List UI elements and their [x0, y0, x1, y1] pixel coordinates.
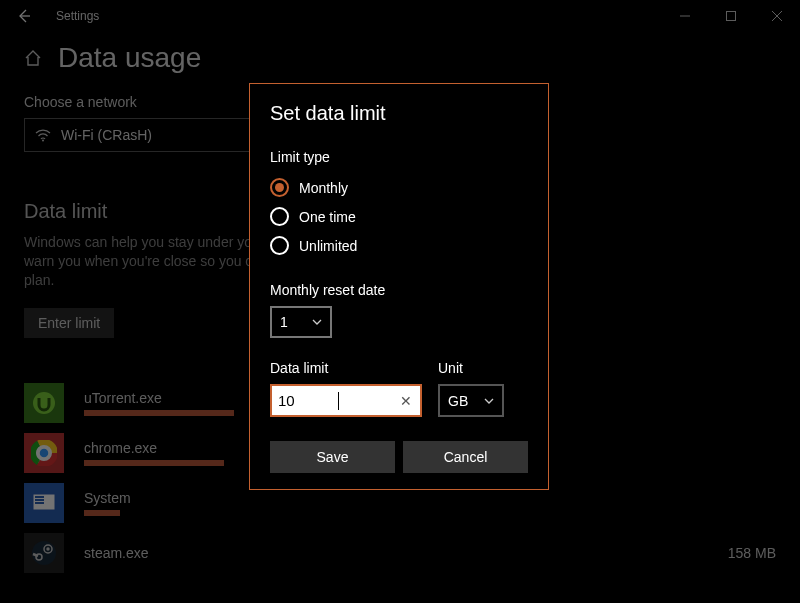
radio-monthly[interactable]: Monthly: [270, 173, 528, 202]
radio-label: Monthly: [299, 180, 348, 196]
svg-point-1: [42, 140, 44, 142]
chrome-icon: [24, 433, 64, 473]
svg-rect-12: [35, 502, 44, 504]
limit-type-group: Monthly One time Unlimited: [270, 173, 528, 260]
close-button[interactable]: [754, 0, 800, 32]
radio-label: One time: [299, 209, 356, 225]
svg-rect-10: [35, 496, 44, 498]
chevron-down-icon: [484, 398, 494, 404]
svg-point-13: [32, 541, 56, 565]
radio-one-time[interactable]: One time: [270, 202, 528, 231]
radio-icon: [270, 207, 289, 226]
data-limit-input[interactable]: 10 ✕: [270, 384, 422, 417]
reset-date-select[interactable]: 1: [270, 306, 332, 338]
svg-rect-0: [727, 12, 736, 21]
unit-select[interactable]: GB: [438, 384, 504, 417]
app-usage-bar: [84, 460, 224, 466]
app-size: 158 MB: [676, 545, 776, 561]
set-data-limit-dialog: Set data limit Limit type Monthly One ti…: [249, 83, 549, 490]
wifi-icon: [35, 128, 51, 142]
app-name: steam.exe: [84, 545, 676, 561]
save-button[interactable]: Save: [270, 441, 395, 473]
app-usage-bar: [84, 510, 120, 516]
unit-label: Unit: [438, 360, 504, 376]
radio-label: Unlimited: [299, 238, 357, 254]
svg-rect-11: [35, 499, 44, 501]
dialog-title: Set data limit: [270, 102, 528, 125]
app-row: steam.exe 158 MB: [24, 528, 776, 578]
radio-unlimited[interactable]: Unlimited: [270, 231, 528, 260]
minimize-icon: [680, 11, 690, 21]
home-icon[interactable]: [24, 49, 42, 67]
utorrent-icon: [24, 383, 64, 423]
minimize-button[interactable]: [662, 0, 708, 32]
data-limit-value: 10: [278, 392, 338, 409]
maximize-icon: [726, 11, 736, 21]
limit-type-label: Limit type: [270, 149, 528, 165]
system-icon: [24, 483, 64, 523]
titlebar: Settings: [0, 0, 800, 32]
data-limit-label: Data limit: [270, 360, 422, 376]
enter-limit-button[interactable]: Enter limit: [24, 308, 114, 338]
window-title: Settings: [56, 9, 99, 23]
page-title: Data usage: [58, 42, 201, 74]
clear-icon[interactable]: ✕: [398, 393, 414, 409]
arrow-left-icon: [16, 8, 32, 24]
network-name: Wi-Fi (CRasH): [61, 127, 152, 143]
maximize-button[interactable]: [708, 0, 754, 32]
svg-point-15: [46, 547, 49, 550]
radio-icon: [270, 236, 289, 255]
text-caret: [338, 392, 339, 410]
back-button[interactable]: [8, 8, 40, 24]
app-name: System: [84, 490, 676, 506]
reset-date-value: 1: [280, 314, 288, 330]
chevron-down-icon: [312, 319, 322, 325]
reset-date-label: Monthly reset date: [270, 282, 528, 298]
app-usage-bar: [84, 410, 234, 416]
close-icon: [772, 11, 782, 21]
cancel-button[interactable]: Cancel: [403, 441, 528, 473]
steam-icon: [24, 533, 64, 573]
unit-value: GB: [448, 393, 468, 409]
radio-icon: [270, 178, 289, 197]
